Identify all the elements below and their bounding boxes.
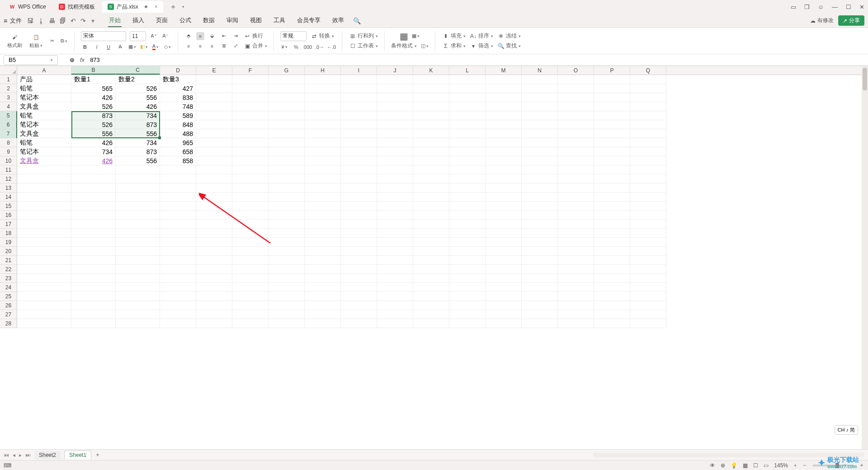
cell[interactable]: [486, 238, 522, 247]
col-header-M[interactable]: M: [486, 66, 522, 75]
cell[interactable]: [71, 202, 116, 211]
cell[interactable]: [449, 129, 486, 138]
row-header[interactable]: 17: [0, 220, 17, 229]
col-header-N[interactable]: N: [522, 66, 558, 75]
freeze-button[interactable]: ❄冻结▾: [497, 32, 521, 40]
cell[interactable]: [341, 229, 377, 238]
cell[interactable]: [486, 156, 522, 165]
cell[interactable]: [232, 247, 269, 256]
cell[interactable]: [522, 220, 558, 229]
cell[interactable]: [305, 156, 341, 165]
window-minimize-button[interactable]: —: [832, 4, 838, 10]
row-header[interactable]: 28: [0, 319, 17, 328]
border-icon[interactable]: ▦▾: [128, 43, 136, 51]
window-cube-icon[interactable]: ❒: [804, 4, 810, 10]
cell[interactable]: 426: [71, 93, 116, 102]
cell[interactable]: [594, 247, 630, 256]
cell[interactable]: [196, 229, 232, 238]
cell[interactable]: [630, 238, 666, 247]
cell[interactable]: [196, 265, 232, 274]
cell[interactable]: [558, 75, 594, 84]
cell[interactable]: [17, 283, 71, 292]
menu-view[interactable]: 视图: [249, 14, 263, 27]
cell[interactable]: [269, 211, 305, 220]
cell[interactable]: [486, 319, 522, 328]
cell[interactable]: [486, 129, 522, 138]
cell[interactable]: [558, 93, 594, 102]
cell[interactable]: [522, 183, 558, 193]
cell[interactable]: [341, 120, 377, 129]
cell[interactable]: [17, 319, 71, 328]
cell[interactable]: [160, 283, 196, 292]
cell[interactable]: [558, 319, 594, 328]
cell[interactable]: [558, 147, 594, 156]
cell[interactable]: [160, 319, 196, 328]
cell[interactable]: [160, 174, 196, 183]
cell[interactable]: [232, 256, 269, 265]
cell[interactable]: 526: [71, 102, 116, 111]
menu-start[interactable]: 开始: [108, 14, 122, 27]
col-header-B[interactable]: B: [71, 66, 116, 75]
cell[interactable]: [341, 138, 377, 147]
cell[interactable]: [449, 193, 486, 202]
cell[interactable]: [630, 310, 666, 319]
zoom-in-button[interactable]: ＋: [859, 461, 864, 469]
percent-icon[interactable]: %: [292, 43, 300, 51]
cell[interactable]: [630, 319, 666, 328]
cell[interactable]: [630, 265, 666, 274]
cell[interactable]: [196, 211, 232, 220]
cell[interactable]: [630, 256, 666, 265]
cell[interactable]: [630, 183, 666, 193]
cell[interactable]: 658: [160, 147, 196, 156]
cell[interactable]: [160, 247, 196, 256]
cell[interactable]: [305, 211, 341, 220]
cell[interactable]: [196, 319, 232, 328]
cell[interactable]: [17, 165, 71, 174]
col-header-C[interactable]: C: [116, 66, 160, 75]
cell[interactable]: [196, 111, 232, 120]
cell[interactable]: [522, 84, 558, 93]
highlight-icon[interactable]: ◇▾: [163, 43, 171, 51]
cell[interactable]: [413, 256, 449, 265]
cell[interactable]: [558, 120, 594, 129]
cell[interactable]: [232, 319, 269, 328]
cell[interactable]: 965: [160, 138, 196, 147]
row-header[interactable]: 27: [0, 310, 17, 319]
cell[interactable]: [232, 283, 269, 292]
row-header[interactable]: 2: [0, 84, 17, 93]
cell[interactable]: [341, 301, 377, 310]
sheet-nav-next[interactable]: ▸: [19, 452, 22, 458]
cell[interactable]: [196, 84, 232, 93]
cell[interactable]: [522, 111, 558, 120]
cell[interactable]: 589: [160, 111, 196, 120]
cell[interactable]: [17, 211, 71, 220]
row-header[interactable]: 4: [0, 102, 17, 111]
cell[interactable]: [413, 193, 449, 202]
cell[interactable]: 426: [71, 138, 116, 147]
cut-icon[interactable]: ✂: [48, 37, 56, 45]
cell[interactable]: [558, 229, 594, 238]
cell[interactable]: [377, 265, 413, 274]
cell[interactable]: [116, 229, 160, 238]
name-box[interactable]: B5 ▾: [4, 55, 58, 65]
row-header[interactable]: 18: [0, 229, 17, 238]
cell[interactable]: [558, 310, 594, 319]
cell[interactable]: [341, 174, 377, 183]
cell[interactable]: [630, 138, 666, 147]
cell[interactable]: [522, 174, 558, 183]
cell[interactable]: [486, 120, 522, 129]
cell[interactable]: [413, 202, 449, 211]
cell[interactable]: [594, 183, 630, 193]
cell[interactable]: [196, 75, 232, 84]
cell[interactable]: [449, 120, 486, 129]
cell[interactable]: [196, 93, 232, 102]
row-header[interactable]: 3: [0, 93, 17, 102]
cell[interactable]: [232, 93, 269, 102]
cell[interactable]: [269, 165, 305, 174]
cell[interactable]: [486, 292, 522, 301]
cell[interactable]: [232, 129, 269, 138]
cell[interactable]: [341, 111, 377, 120]
cell[interactable]: [594, 292, 630, 301]
cell[interactable]: [341, 102, 377, 111]
cell[interactable]: [269, 156, 305, 165]
